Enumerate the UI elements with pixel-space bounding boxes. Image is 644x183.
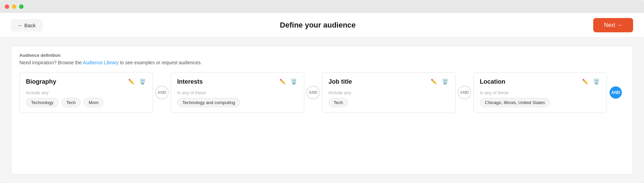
location-actions: ✏️ 🗑️ xyxy=(581,78,600,85)
segment-location: Location ✏️ 🗑️ Is any of these Chicago, … xyxy=(473,72,607,113)
job-title-condition: Include any xyxy=(328,90,449,95)
segment-interests: Interests ✏️ 🗑️ Is any of these Technolo… xyxy=(171,72,304,113)
page-content: ← Back Define your audience Next → Audie… xyxy=(0,13,644,183)
interests-condition: Is any of these xyxy=(177,90,298,95)
location-delete-button[interactable]: 🗑️ xyxy=(593,78,600,85)
and-badge-3-label: AND xyxy=(460,90,469,95)
description-text: Need inspiration? Browse the xyxy=(19,60,83,65)
job-title-actions: ✏️ 🗑️ xyxy=(430,78,449,85)
segment-job-title: Job title ✏️ 🗑️ Include any Tech xyxy=(322,72,456,113)
and-badge-3: AND xyxy=(458,86,471,99)
interests-tags: Technology and computing xyxy=(177,98,298,107)
next-button[interactable]: Next → xyxy=(593,18,633,32)
tag-mom: Mom xyxy=(83,98,104,107)
minimize-icon[interactable] xyxy=(12,4,16,9)
back-button[interactable]: ← Back xyxy=(11,19,43,32)
card-description: Need inspiration? Browse the Audience Li… xyxy=(19,60,625,65)
interests-header: Interests ✏️ 🗑️ xyxy=(177,78,298,85)
biography-tags: Technology Tech Mom xyxy=(26,98,147,107)
and-badge-2-label: AND xyxy=(309,90,318,95)
location-title: Location xyxy=(480,78,505,85)
interests-actions: ✏️ 🗑️ xyxy=(279,78,298,85)
and-badge-1-label: AND xyxy=(157,90,166,95)
and-badge-4-label: AND xyxy=(611,90,620,95)
interests-title: Interests xyxy=(177,78,203,85)
job-title-segment: Job title ✏️ 🗑️ Include any Tech xyxy=(322,72,456,113)
location-segment: Location ✏️ 🗑️ Is any of these Chicago, … xyxy=(473,72,607,113)
interests-segment: Interests ✏️ 🗑️ Is any of these Technolo… xyxy=(171,72,304,113)
tag-chicago: Chicago, Illinois, United States xyxy=(480,98,550,107)
tag-technology: Technology xyxy=(26,98,59,107)
tag-tech-and-computing: Technology and computing xyxy=(177,98,240,107)
biography-edit-button[interactable]: ✏️ xyxy=(127,78,135,85)
tag-tech: Tech xyxy=(61,98,81,107)
location-edit-button[interactable]: ✏️ xyxy=(581,78,589,85)
job-title-tags: Tech xyxy=(328,98,449,107)
segments-wrapper: Biography ✏️ 🗑️ Include any Technology T… xyxy=(19,72,625,113)
and-badge-2: AND xyxy=(306,86,320,99)
tag-tech-job: Tech xyxy=(328,98,348,107)
segment-biography: Biography ✏️ 🗑️ Include any Technology T… xyxy=(19,72,153,113)
audience-definition-card: Audience definition Need inspiration? Br… xyxy=(11,46,633,175)
maximize-icon[interactable] xyxy=(19,4,24,9)
and-badge-1: AND xyxy=(155,86,169,99)
audience-library-link[interactable]: Audience Library xyxy=(83,60,119,65)
interests-edit-button[interactable]: ✏️ xyxy=(279,78,287,85)
interests-delete-button[interactable]: 🗑️ xyxy=(290,78,298,85)
title-bar xyxy=(0,0,644,13)
and-badge-4[interactable]: AND xyxy=(609,86,623,99)
section-label: Audience definition xyxy=(19,53,625,58)
location-condition: Is any of these xyxy=(480,90,600,95)
close-icon[interactable] xyxy=(5,4,9,9)
main-area: Audience definition Need inspiration? Br… xyxy=(0,37,644,183)
job-title-title: Job title xyxy=(328,78,352,85)
page-title: Define your audience xyxy=(280,21,356,30)
job-title-header: Job title ✏️ 🗑️ xyxy=(328,78,449,85)
description-suffix: to see examples or request audiences. xyxy=(119,60,202,65)
biography-segment: Biography ✏️ 🗑️ Include any Technology T… xyxy=(19,72,153,113)
biography-header: Biography ✏️ 🗑️ xyxy=(26,78,147,85)
biography-condition: Include any xyxy=(26,90,147,95)
biography-title: Biography xyxy=(26,78,56,85)
app-window: ← Back Define your audience Next → Audie… xyxy=(0,0,644,183)
job-title-edit-button[interactable]: ✏️ xyxy=(430,78,438,85)
top-bar: ← Back Define your audience Next → xyxy=(0,13,644,37)
location-header: Location ✏️ 🗑️ xyxy=(480,78,600,85)
biography-actions: ✏️ 🗑️ xyxy=(127,78,147,85)
job-title-delete-button[interactable]: 🗑️ xyxy=(441,78,449,85)
location-tags: Chicago, Illinois, United States xyxy=(480,98,600,107)
biography-delete-button[interactable]: 🗑️ xyxy=(139,78,147,85)
